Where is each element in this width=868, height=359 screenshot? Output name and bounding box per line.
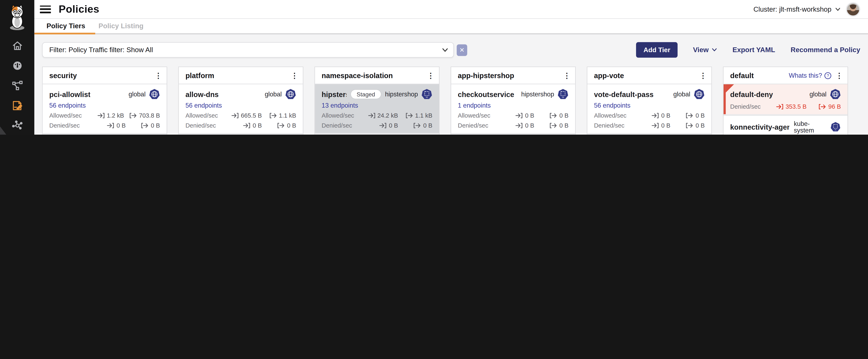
policy-name: hipstershop-gh… [321, 90, 347, 99]
content-area: Filter: Policy Traffic filter: Show All … [34, 34, 868, 135]
tier-column-platform: platform ⋮ allow-dns global 56 endpo [178, 66, 303, 135]
home-icon [11, 40, 23, 51]
tab-policy-listing[interactable]: Policy Listing [92, 19, 150, 33]
tier-column-app-vote: app-vote ⋮ vote-default-pass global [587, 66, 712, 135]
tier-title: namespace-isolation [321, 71, 393, 80]
tier-help-link[interactable]: Whats this? ? [789, 72, 832, 79]
inbound-arrow-icon [368, 112, 375, 118]
policy-name: pci-allowlist [49, 90, 90, 99]
metric-in-value: 0 B [389, 122, 398, 129]
recommend-policy-button[interactable]: Recommend a Policy [790, 46, 860, 54]
metric-rows: Allowed/sec 24.2 kB 1.1 kB Denied/sec 0 … [321, 112, 432, 129]
kebab-menu-icon[interactable]: ⋮ [563, 72, 571, 79]
tier-title: security [49, 71, 77, 80]
sidebar-item-service-graph[interactable] [7, 76, 27, 95]
policy-card-default-deny[interactable]: default-deny global Denied/sec 353.5 B [723, 84, 848, 114]
main-area: Policies Cluster: jlt-msft-workshop Poli… [34, 0, 868, 135]
add-tier-button[interactable]: Add Tier [636, 42, 678, 58]
svg-text:ns: ns [562, 96, 564, 98]
chevron-down-icon [712, 48, 717, 52]
endpoints-link[interactable]: 13 endpoints [321, 102, 358, 109]
kebab-menu-icon[interactable]: ⋮ [835, 72, 843, 79]
tab-bar: Policy Tiers Policy Listing [34, 19, 868, 34]
outbound-arrow-icon [550, 112, 557, 118]
metric-in-value: 0 B [661, 112, 670, 119]
view-button[interactable]: View [693, 46, 717, 54]
sidebar-item-policies[interactable] [7, 95, 27, 115]
inbound-arrow-icon [231, 112, 239, 118]
sidebar-item-home[interactable] [7, 35, 27, 55]
metric-out-value: 0 B [559, 122, 568, 129]
policy-name: checkoutservice [458, 90, 514, 99]
kebab-menu-icon[interactable]: ⋮ [699, 72, 707, 79]
kebab-menu-icon[interactable]: ⋮ [427, 72, 434, 79]
metric-row: Allowed/sec 0 B 0 B [594, 112, 705, 119]
policy-name: vote-default-pass [594, 90, 653, 99]
inbound-arrow-icon [776, 104, 783, 109]
inbound-arrow-icon [516, 122, 523, 128]
inbound-arrow-icon [652, 112, 659, 118]
metric-in-value: 0 B [661, 122, 670, 129]
outbound-arrow-icon [414, 122, 421, 128]
scope-label: hipstershop [385, 91, 418, 98]
global-scope-icon [149, 89, 160, 100]
metric-row: Denied/sec 0 B 0 B [594, 122, 705, 129]
close-icon: ✕ [459, 47, 465, 53]
global-scope-icon [693, 89, 705, 100]
metric-rows: Allowed/sec 0 B 0 B Denied/sec 0 B 0 B [594, 112, 705, 129]
scope-label: hipstershop [521, 91, 554, 98]
sidebar-item-dashboard[interactable] [7, 55, 27, 76]
metric-row: Denied/sec 0 B 0 B [185, 122, 296, 129]
outbound-arrow-icon [686, 112, 693, 118]
metric-label: Allowed/sec [458, 112, 500, 119]
metric-in-value: 24.2 kB [377, 112, 398, 119]
tier-header: app-vote ⋮ [587, 67, 711, 84]
endpoints-link[interactable]: 56 endpoints [594, 102, 630, 109]
metric-in-value: 665.5 B [241, 112, 262, 119]
tier-column-app-hipstershop: app-hipstershop ⋮ checkoutservice hipste… [451, 66, 576, 135]
kebab-menu-icon[interactable]: ⋮ [154, 72, 162, 79]
endpoints-link[interactable]: 56 endpoints [49, 102, 86, 109]
global-scope-icon [285, 89, 296, 100]
metric-out-value: 1.1 kB [415, 112, 432, 119]
cluster-selector[interactable]: Cluster: jlt-msft-workshop [753, 5, 840, 13]
namespace-scope-icon: ns [831, 121, 841, 132]
policy-card-checkoutservice[interactable]: checkoutservice hipstershop ns 1 endpoin… [451, 84, 575, 133]
sidebar-item-flows[interactable] [7, 115, 27, 135]
scope-label: global [265, 91, 282, 98]
calico-cat-logo[interactable] [4, 3, 30, 31]
namespace-scope-icon: ns [421, 89, 432, 100]
metric-rows: Denied/sec 353.5 B 96 B [730, 103, 841, 110]
hamburger-menu-icon[interactable] [40, 5, 51, 13]
outbound-arrow-icon [550, 122, 557, 128]
endpoints-link[interactable]: 1 endpoints [458, 102, 491, 109]
tier-title: app-hipstershop [458, 71, 514, 80]
tier-board: security ⋮ pci-allowlist global 56 e [42, 66, 860, 135]
kebab-menu-icon[interactable]: ⋮ [291, 72, 298, 79]
sidebar-nav [7, 35, 27, 135]
policy-card-konnectivity-agent[interactable]: konnectivity-agent kube-system ns 2 endp… [723, 116, 848, 135]
policy-card-allow-dns[interactable]: allow-dns global 56 endpoints Allowed/se… [179, 84, 303, 133]
policy-card-vote-default-pass[interactable]: vote-default-pass global 56 endpoints Al… [587, 84, 711, 133]
metric-label: Denied/sec [730, 103, 772, 110]
outbound-arrow-icon [130, 112, 137, 118]
tab-policy-tiers[interactable]: Policy Tiers [40, 19, 92, 33]
tier-title: default [730, 71, 754, 80]
metric-row: Denied/sec 0 B 0 B [321, 122, 432, 129]
metric-rows: Allowed/sec 1.2 kB 703.8 B Denied/sec 0 … [49, 112, 160, 129]
scope-label: global [129, 91, 146, 98]
policy-card-pci-allowlist[interactable]: pci-allowlist global 56 endpoints Allowe… [42, 84, 166, 133]
nav-flyout-arrow [0, 126, 7, 135]
tier-title: app-vote [594, 71, 624, 80]
clear-filter-button[interactable]: ✕ [457, 44, 467, 56]
export-yaml-button[interactable]: Export YAML [733, 46, 775, 54]
tab-label: Policy Listing [98, 22, 144, 30]
metric-label: Allowed/sec [185, 112, 227, 119]
policy-filter-select[interactable]: Filter: Policy Traffic filter: Show All [42, 42, 454, 58]
metric-label: Allowed/sec [594, 112, 636, 119]
policy-card-hipstershop-gh[interactable]: hipstershop-gh… Staged hipstershop ns 13… [315, 84, 439, 133]
user-avatar[interactable] [846, 2, 860, 16]
metric-row: Denied/sec 0 B 0 B [458, 122, 569, 129]
endpoints-link[interactable]: 56 endpoints [185, 102, 222, 109]
metric-row: Allowed/sec 24.2 kB 1.1 kB [321, 112, 432, 119]
